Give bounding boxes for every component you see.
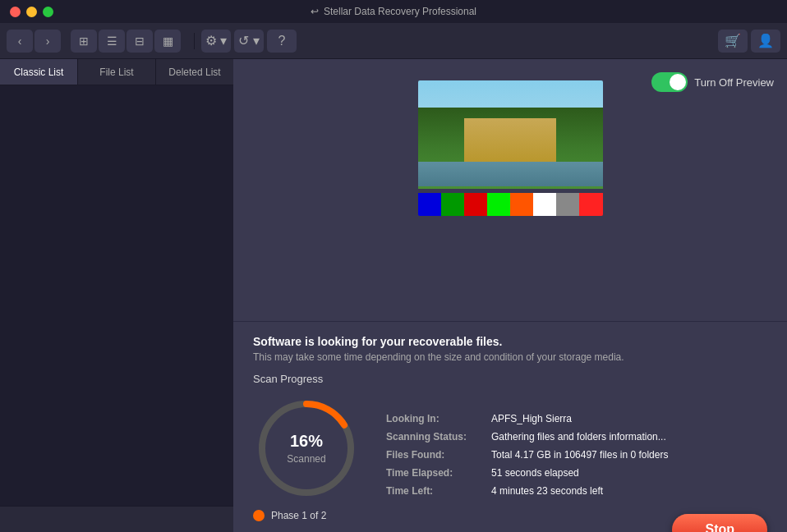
- sidebar: Classic List File List Deleted List: [0, 59, 233, 506]
- preview-toggle[interactable]: [651, 72, 688, 92]
- scan-progress-label: Scan Progress: [253, 373, 767, 385]
- files-found-row: Files Found: Total 4.17 GB in 106497 fil…: [386, 449, 767, 461]
- scan-subtext: This may take some time depending on the…: [253, 351, 767, 363]
- phase-dot: [253, 510, 265, 521]
- looking-in-label: Looking In:: [386, 413, 485, 424]
- close-button[interactable]: [10, 7, 21, 17]
- time-elapsed-label: Time Elapsed:: [386, 467, 485, 479]
- looking-in-row: Looking In: APFS_High Sierra: [386, 413, 767, 424]
- circle-text: 16% Scanned: [287, 432, 325, 466]
- tab-bar: Classic List File List Deleted List: [0, 59, 233, 85]
- looking-in-value: APFS_High Sierra: [491, 413, 572, 424]
- color-bar-orange: [510, 193, 533, 216]
- circular-progress-container: 16% Scanned Phase 1 of 2: [253, 395, 360, 521]
- divider: [194, 33, 195, 49]
- scanning-status-row: Scanning Status: Gathering files and fol…: [386, 431, 767, 443]
- building-layer: [464, 118, 557, 166]
- cart-button[interactable]: 🛒: [718, 30, 748, 53]
- percent-text: 16%: [287, 432, 325, 451]
- scan-info: Looking In: APFS_High Sierra Scanning St…: [386, 413, 767, 503]
- color-bar-bright-red: [579, 193, 602, 216]
- color-bars: [418, 193, 603, 216]
- toggle-knob: [670, 74, 686, 90]
- view-buttons: ⊞ ☰ ⊟ ▦: [71, 30, 181, 53]
- settings-button[interactable]: ⚙ ▾: [201, 30, 231, 53]
- time-left-row: Time Left: 4 minutes 23 seconds left: [386, 485, 767, 497]
- traffic-lights: [10, 7, 53, 17]
- color-bar-lime: [487, 193, 510, 216]
- maximize-button[interactable]: [43, 7, 53, 17]
- restore-button[interactable]: ↺ ▾: [234, 30, 264, 53]
- view-columns-button[interactable]: ⊟: [127, 30, 153, 53]
- toolbar: ‹ › ⊞ ☰ ⊟ ▦ ⚙ ▾ ↺ ▾ ? 🛒 👤: [0, 23, 787, 59]
- color-bar-green: [441, 193, 464, 216]
- main-layout: Classic List File List Deleted List Turn…: [0, 59, 787, 506]
- nav-forward-button[interactable]: ›: [35, 30, 61, 53]
- files-found-label: Files Found:: [386, 449, 485, 461]
- view-grid-button[interactable]: ⊞: [71, 30, 97, 53]
- time-left-value: 4 minutes 23 seconds left: [491, 485, 603, 497]
- nav-back-button[interactable]: ‹: [7, 30, 33, 53]
- color-bar-gray: [556, 193, 579, 216]
- circular-progress: 16% Scanned: [253, 395, 360, 502]
- titlebar: ↩ Stellar Data Recovery Professional: [0, 0, 787, 23]
- color-bar-blue: [418, 193, 441, 216]
- tab-file-list[interactable]: File List: [78, 59, 156, 85]
- time-left-label: Time Left:: [386, 485, 485, 497]
- image-preview: [418, 80, 603, 216]
- view-gallery-button[interactable]: ▦: [154, 30, 181, 53]
- minimize-button[interactable]: [26, 7, 37, 17]
- time-elapsed-value: 51 seconds elapsed: [491, 467, 579, 479]
- back-icon: ↩: [311, 6, 319, 17]
- scan-heading: Software is looking for your recoverable…: [253, 335, 767, 348]
- toolbar-right: 🛒 👤: [718, 30, 780, 53]
- phase-text: Phase 1 of 2: [271, 510, 326, 521]
- scanning-status-value: Gathering files and folders information.…: [491, 431, 666, 443]
- preview-area: Turn Off Preview: [233, 59, 787, 322]
- color-bar-white: [533, 193, 556, 216]
- toggle-row: Turn Off Preview: [651, 72, 774, 92]
- app-title-text: Stellar Data Recovery Professional: [324, 6, 476, 17]
- tab-deleted-list[interactable]: Deleted List: [156, 59, 233, 85]
- view-list-button[interactable]: ☰: [99, 30, 125, 53]
- progress-section: Software is looking for your recoverable…: [233, 322, 787, 532]
- color-bar-red: [464, 193, 487, 216]
- tab-classic-list[interactable]: Classic List: [0, 59, 78, 85]
- nav-buttons: ‹ ›: [7, 30, 61, 53]
- time-elapsed-row: Time Elapsed: 51 seconds elapsed: [386, 467, 767, 479]
- scanning-status-label: Scanning Status:: [386, 431, 485, 443]
- account-button[interactable]: 👤: [751, 30, 780, 53]
- help-button[interactable]: ?: [267, 30, 297, 53]
- phase-row: Phase 1 of 2: [253, 510, 360, 521]
- scanned-text: Scanned: [287, 453, 325, 465]
- app-title: ↩ Stellar Data Recovery Professional: [311, 6, 476, 17]
- toggle-label: Turn Off Preview: [694, 76, 774, 89]
- stop-button[interactable]: Stop: [672, 514, 767, 533]
- water-layer: [418, 162, 603, 186]
- preview-image: [418, 80, 603, 216]
- scan-body: 16% Scanned Phase 1 of 2 Looking In: APF…: [253, 395, 767, 521]
- files-found-value: Total 4.17 GB in 106497 files in 0 folde…: [491, 449, 668, 461]
- content-area: Turn Off Preview: [233, 59, 787, 506]
